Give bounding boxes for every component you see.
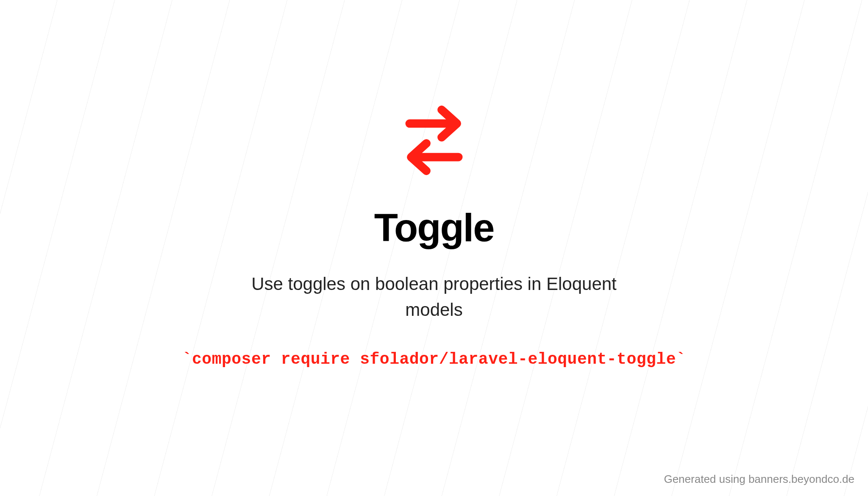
banner-subtitle: Use toggles on boolean properties in Elo… (243, 271, 625, 323)
attribution-text: Generated using banners.beyondco.de (664, 473, 854, 486)
swap-arrows-icon (396, 102, 472, 180)
banner-title: Toggle (374, 206, 494, 250)
banner-content: Toggle Use toggles on boolean properties… (0, 0, 868, 496)
install-command: `composer require sfolador/laravel-eloqu… (182, 350, 686, 368)
